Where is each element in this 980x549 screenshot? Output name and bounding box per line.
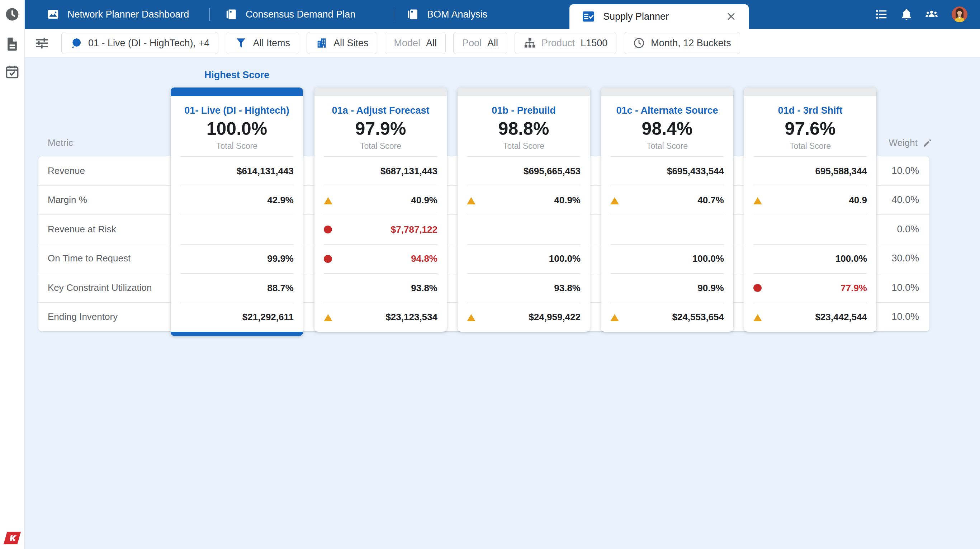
metric-value-cell: 77.9% <box>753 274 867 303</box>
warning-triangle-icon <box>753 314 762 321</box>
weight-value: 40.0% <box>891 194 929 205</box>
tab-consensus-demand-plan[interactable]: Consensus Demand Plan <box>225 0 355 29</box>
weight-value: 30.0% <box>891 253 929 264</box>
tab-supply-planner-active[interactable]: Supply Planner <box>570 4 749 29</box>
product-filter-chip[interactable]: Product L1500 <box>515 32 616 54</box>
scenario-card-01a-adjust-forecast[interactable]: 01a - Adjust Forecast 97.9% Total Score … <box>315 88 447 332</box>
scenario-name[interactable]: 01c - Alternate Source <box>616 105 718 116</box>
tab-bom-analysis[interactable]: BOM Analysis <box>406 0 487 29</box>
tab-label: Network Planner Dashboard <box>67 9 189 20</box>
metric-value-cell: 93.8% <box>467 274 581 303</box>
warning-triangle-icon <box>753 197 762 204</box>
metric-value-cell <box>180 215 294 245</box>
chip-value: All <box>426 38 437 49</box>
people-icon[interactable] <box>925 8 939 21</box>
alert-dot-icon <box>753 284 762 292</box>
metric-value-cell: 40.9% <box>324 186 438 215</box>
metric-label: Revenue <box>38 165 85 177</box>
filter-toolbar: 01 - Live (DI - HighTech), +4 All Items … <box>24 29 980 58</box>
filter-settings-icon[interactable] <box>34 35 50 51</box>
scenario-bubble-icon <box>70 37 83 49</box>
metric-value-cell <box>753 215 867 245</box>
metric-label: Margin % <box>38 194 87 205</box>
card-accent-bar <box>601 88 733 96</box>
task-check-icon <box>582 10 595 23</box>
card-metric-values: $695,665,453 40.9% 100.0% 93.8% $24,959,… <box>467 156 581 332</box>
chart-image-icon <box>47 8 59 21</box>
recent-clock-icon[interactable] <box>4 6 21 22</box>
alert-dot-icon <box>324 226 332 234</box>
metric-value-cell: $687,131,443 <box>324 157 438 186</box>
metric-label: On Time to Request <box>38 253 130 264</box>
user-avatar[interactable] <box>952 6 967 22</box>
warning-triangle-icon <box>610 197 619 204</box>
metric-value-cell: $24,959,422 <box>467 303 581 332</box>
total-score-label: Total Score <box>790 141 831 151</box>
card-header: 01a - Adjust Forecast 97.9% Total Score <box>315 96 447 156</box>
scenario-scoreboard: Highest Score Metric Weight Revenue 10.0… <box>24 57 980 549</box>
total-score-value: 98.8% <box>498 119 549 138</box>
metric-value-cell: 40.7% <box>610 186 724 215</box>
metric-value-cell: 88.7% <box>180 274 294 303</box>
tab-network-planner-dashboard[interactable]: Network Planner Dashboard <box>47 0 189 29</box>
scenario-name[interactable]: 01a - Adjust Forecast <box>332 105 429 116</box>
chip-label: 01 - Live (DI - HighTech), +4 <box>88 38 209 49</box>
metric-value-cell: 42.9% <box>180 186 294 215</box>
sites-filter-chip[interactable]: All Sites <box>307 32 378 54</box>
list-icon[interactable] <box>875 8 888 21</box>
weight-column-header: Weight <box>889 136 932 149</box>
edit-pencil-icon[interactable] <box>923 138 932 148</box>
items-filter-chip[interactable]: All Items <box>226 32 299 54</box>
card-header: 01b - Prebuild 98.8% Total Score <box>458 96 590 156</box>
total-score-value: 98.4% <box>642 119 693 138</box>
metric-label: Ending Inventory <box>38 311 118 322</box>
model-filter-chip[interactable]: Model All <box>385 32 446 54</box>
warning-triangle-icon <box>610 314 619 321</box>
chip-label: Month, 12 Buckets <box>651 38 731 49</box>
notifications-bell-icon[interactable] <box>900 8 913 21</box>
weight-value: 10.0% <box>891 165 929 177</box>
scenario-card-01c-alternate-source[interactable]: 01c - Alternate Source 98.4% Total Score… <box>601 88 733 332</box>
left-sidebar <box>0 0 25 549</box>
total-score-label: Total Score <box>360 141 401 151</box>
report-icon <box>225 8 238 21</box>
card-header: 01- Live (DI - Hightech) 100.0% Total Sc… <box>171 96 303 156</box>
metric-value-cell: 93.8% <box>324 274 438 303</box>
metric-label: Revenue at Risk <box>38 224 116 235</box>
kinaxis-k-logo <box>3 532 21 545</box>
scenario-filter-chip[interactable]: 01 - Live (DI - HighTech), +4 <box>61 32 218 54</box>
chip-prefix: Product <box>541 38 575 49</box>
scenario-name[interactable]: 01d - 3rd Shift <box>778 105 842 116</box>
time-bucket-clock-icon <box>633 37 645 49</box>
scenario-card-01b-prebuild[interactable]: 01b - Prebuild 98.8% Total Score $695,66… <box>458 88 590 332</box>
document-icon[interactable] <box>4 36 21 53</box>
card-accent-bar <box>458 88 590 96</box>
warning-triangle-icon <box>467 314 476 321</box>
card-metric-values: $687,131,443 40.9% $7,787,122 94.8% 93.8… <box>324 156 438 332</box>
scenario-card-01d-3rd-shift[interactable]: 01d - 3rd Shift 97.6% Total Score 695,58… <box>744 88 877 332</box>
total-score-label: Total Score <box>646 141 688 151</box>
product-hierarchy-icon <box>523 37 536 49</box>
calendar-check-icon[interactable] <box>4 64 21 80</box>
warning-triangle-icon <box>324 314 332 321</box>
tab-label: Supply Planner <box>603 11 669 22</box>
pool-filter-chip[interactable]: Pool All <box>453 32 507 54</box>
weight-value: 10.0% <box>891 311 929 322</box>
highest-score-footer-bar <box>171 332 303 336</box>
warning-triangle-icon <box>467 197 476 204</box>
time-bucket-chip[interactable]: Month, 12 Buckets <box>624 32 740 54</box>
card-accent-bar <box>315 88 447 96</box>
top-tab-bar: Network Planner Dashboard Consensus Dema… <box>24 0 980 29</box>
card-metric-values: $614,131,443 42.9% 99.9% 88.7% $21,292,6… <box>180 156 294 332</box>
warning-triangle-icon <box>324 197 332 204</box>
tab-separator <box>209 8 210 21</box>
scenario-name[interactable]: 01- Live (DI - Hightech) <box>184 105 290 116</box>
close-icon[interactable] <box>726 11 737 22</box>
metric-value-cell: 40.9 <box>753 186 867 215</box>
metric-value-cell: 100.0% <box>610 245 724 274</box>
scenario-card-01-live[interactable]: 01- Live (DI - Hightech) 100.0% Total Sc… <box>171 88 303 336</box>
metric-value-cell: $21,292,611 <box>180 303 294 332</box>
scenario-name[interactable]: 01b - Prebuild <box>492 105 556 116</box>
sites-building-icon <box>315 37 328 49</box>
metric-value-cell <box>610 215 724 245</box>
